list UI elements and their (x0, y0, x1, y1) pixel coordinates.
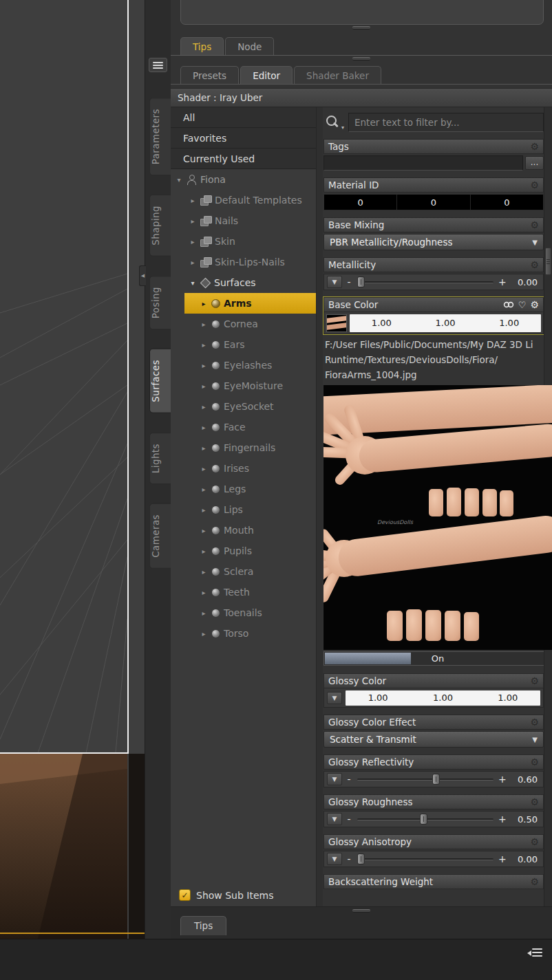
pane-menu-icon[interactable] (527, 946, 544, 959)
metallicity-header[interactable]: Metallicity (323, 257, 544, 272)
expand-arrow-icon[interactable] (200, 403, 208, 411)
slider-track[interactable] (356, 276, 495, 288)
glossy-color-r[interactable]: 1.00 (346, 690, 410, 706)
tags-more-button[interactable]: ... (525, 156, 544, 170)
gear-icon[interactable] (530, 797, 539, 807)
tab-editor[interactable]: Editor (240, 66, 293, 84)
surface-item[interactable]: Arms (184, 293, 316, 314)
expand-arrow-icon[interactable] (200, 300, 208, 307)
pane-splitter[interactable] (171, 57, 552, 61)
dock-collapse-handle[interactable]: ◀ (139, 265, 146, 286)
base-color-b[interactable]: 1.00 (477, 314, 541, 332)
glossy-roughness-header[interactable]: Glossy Roughness (323, 794, 544, 809)
expand-arrow-icon[interactable] (200, 506, 208, 514)
search-icon[interactable] (323, 114, 341, 131)
tab-shader-baker[interactable]: Shader Baker (294, 66, 381, 84)
slider-menu-button[interactable] (327, 813, 342, 825)
glossy-anisotropy-header[interactable]: Glossy Anisotropy (323, 834, 544, 849)
collapse-arrow-icon[interactable] (189, 279, 197, 287)
dock-tab[interactable]: Posing (149, 276, 171, 329)
texture-map-link-icon[interactable] (503, 301, 514, 309)
dock-tab[interactable]: Lights (149, 433, 171, 484)
expand-arrow-icon[interactable] (200, 424, 208, 431)
tree-group-item[interactable]: Skin-Lips-Nails (171, 252, 316, 272)
surface-item[interactable]: Mouth (184, 520, 316, 541)
surface-item[interactable]: EyeMoisture (184, 375, 316, 396)
glossy-color-header[interactable]: Glossy Color (323, 673, 544, 688)
base-color-r[interactable]: 1.00 (350, 314, 414, 332)
expand-arrow-icon[interactable] (200, 630, 208, 638)
expand-arrow-icon[interactable] (200, 382, 208, 390)
dock-tab[interactable]: Cameras (149, 503, 171, 569)
filter-list-item[interactable]: Currently Used (171, 149, 316, 169)
filter-list-item[interactable]: All (171, 107, 316, 128)
pane-splitter[interactable] (171, 26, 552, 30)
viewport-3d[interactable] (0, 0, 145, 939)
decrement-button[interactable] (346, 853, 352, 864)
filter-input[interactable] (348, 113, 544, 132)
dock-tab[interactable]: Surfaces (149, 349, 171, 413)
expand-arrow-icon[interactable] (200, 568, 208, 576)
filter-list-item[interactable]: Favorites (171, 128, 316, 149)
surface-item[interactable]: Face (184, 417, 316, 437)
expand-arrow-icon[interactable] (200, 444, 208, 452)
surface-item[interactable]: Fingernails (184, 437, 316, 458)
tree-group-item[interactable]: Nails (171, 210, 316, 231)
expand-arrow-icon[interactable] (200, 589, 208, 596)
glossy-color-b[interactable]: 1.00 (476, 690, 540, 706)
slider-handle[interactable] (357, 276, 365, 287)
surface-item[interactable]: Legs (184, 479, 316, 499)
tags-header[interactable]: Tags (323, 139, 544, 154)
slider-track[interactable] (356, 773, 495, 785)
tab-node[interactable]: Node (225, 37, 274, 55)
material-id-r[interactable]: 0 (324, 195, 397, 210)
base-mixing-header[interactable]: Base Mixing (323, 217, 544, 232)
color-menu-button[interactable] (327, 692, 342, 704)
slider-track[interactable] (356, 813, 495, 825)
gear-icon[interactable] (530, 260, 539, 270)
surface-item[interactable]: Torso (184, 623, 316, 644)
surface-item[interactable]: Teeth (184, 582, 316, 602)
scrollbar-thumb[interactable] (545, 248, 551, 275)
gear-icon[interactable] (530, 180, 539, 190)
texture-on-toggle[interactable]: On (323, 651, 552, 666)
expand-arrow-icon[interactable] (200, 465, 208, 472)
base-mixing-dropdown[interactable]: PBR Metallicity/Roughness (323, 234, 544, 250)
increment-button[interactable] (498, 814, 505, 825)
surface-item[interactable]: Toenails (184, 602, 316, 623)
slider-menu-button[interactable] (327, 853, 342, 865)
surface-item[interactable]: Pupils (184, 541, 316, 561)
slider-handle[interactable] (420, 814, 427, 825)
base-color-header[interactable]: Base Color (323, 297, 544, 312)
slider-value[interactable]: 0.00 (509, 854, 540, 864)
tags-input[interactable] (323, 155, 523, 171)
expand-arrow-icon[interactable] (189, 197, 197, 204)
slider-handle[interactable] (432, 774, 440, 785)
expand-arrow-icon[interactable] (189, 259, 197, 266)
slider-handle[interactable] (357, 853, 365, 864)
tab-tips[interactable]: Tips (180, 37, 224, 55)
glossy-color-g[interactable]: 1.00 (410, 690, 475, 706)
gear-icon[interactable] (530, 220, 539, 230)
show-sub-items-checkbox[interactable] (179, 889, 191, 901)
pane-splitter[interactable] (171, 909, 552, 913)
material-id-header[interactable]: Material ID (323, 177, 544, 193)
slider-menu-button[interactable] (327, 276, 342, 288)
decrement-button[interactable] (346, 814, 352, 825)
gear-icon[interactable] (530, 142, 539, 151)
glossy-color-effect-dropdown[interactable]: Scatter & Transmit (323, 731, 544, 748)
backscattering-header[interactable]: Backscattering Weight (323, 874, 544, 889)
surface-item[interactable]: Sclera (184, 561, 316, 582)
material-id-b[interactable]: 0 (471, 195, 543, 210)
search-options-caret-icon[interactable]: ▾ (341, 124, 344, 131)
surface-item[interactable]: Ears (184, 334, 316, 355)
slider-track[interactable] (356, 853, 495, 865)
column-resizer[interactable] (317, 107, 323, 906)
surface-item[interactable]: Irises (184, 458, 316, 479)
texture-thumbnail[interactable] (326, 314, 347, 332)
pane-menu-icon[interactable] (149, 58, 167, 72)
dock-tab[interactable]: Parameters (149, 98, 171, 175)
collapse-arrow-icon[interactable] (175, 176, 183, 184)
tree-group-item[interactable]: Default Templates (171, 190, 316, 210)
surface-item[interactable]: EyeSocket (184, 396, 316, 417)
